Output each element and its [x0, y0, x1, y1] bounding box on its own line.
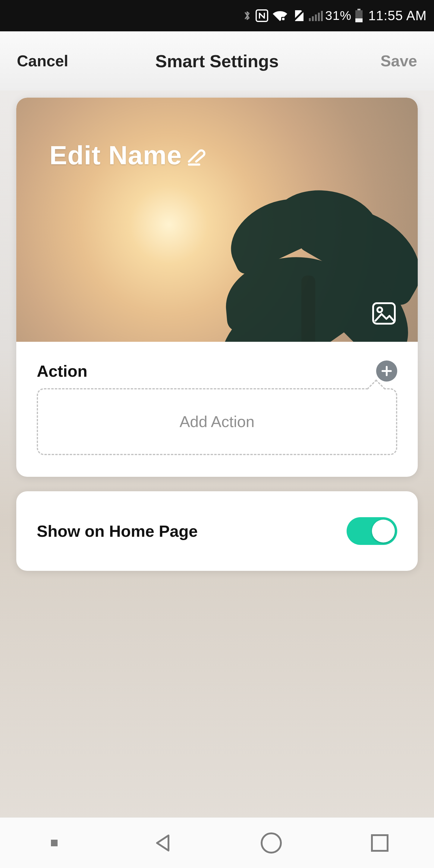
nfc-icon [255, 9, 269, 22]
svg-rect-8 [321, 11, 323, 21]
cover-image[interactable]: Edit Name [16, 98, 418, 342]
nav-notification-dot[interactable] [51, 840, 58, 846]
edit-name-field[interactable]: Edit Name [50, 140, 207, 170]
smart-settings-card: Edit Name Action [16, 98, 418, 477]
recent-icon[interactable] [369, 832, 391, 854]
plus-icon [381, 365, 393, 377]
cancel-button[interactable]: Cancel [17, 52, 68, 70]
action-section: Action Add Action [16, 342, 418, 477]
name-placeholder-text: Edit Name [50, 140, 182, 170]
svg-rect-7 [318, 13, 320, 21]
show-on-home-label: Show on Home Page [37, 522, 198, 540]
add-action-plus-button[interactable] [376, 361, 397, 381]
svg-point-14 [377, 307, 382, 312]
svg-rect-6 [315, 14, 317, 21]
svg-rect-9 [358, 9, 361, 10]
wifi-icon [272, 10, 288, 22]
svg-rect-2 [282, 18, 284, 20]
svg-rect-18 [372, 835, 388, 851]
battery-icon [354, 9, 364, 23]
add-action-bubble[interactable]: Add Action [37, 388, 397, 455]
home-icon[interactable] [259, 831, 284, 855]
image-icon [371, 301, 397, 326]
action-section-label: Action [37, 362, 87, 380]
clock: 11:55 AM [368, 8, 427, 23]
add-action-label: Add Action [180, 412, 255, 431]
change-image-button[interactable] [371, 301, 397, 327]
show-on-home-card: Show on Home Page [16, 491, 418, 571]
no-sim-icon [291, 9, 305, 22]
save-button[interactable]: Save [381, 52, 417, 70]
android-nav-bar [0, 817, 434, 868]
back-icon[interactable] [151, 831, 175, 855]
show-on-home-toggle[interactable] [347, 517, 397, 545]
bluetooth-icon [243, 9, 252, 22]
status-bar: 31% 11:55 AM [0, 0, 434, 31]
app-header: Cancel Smart Settings Save [0, 31, 434, 90]
svg-rect-5 [312, 16, 314, 21]
svg-rect-4 [309, 18, 311, 21]
toggle-knob [372, 520, 395, 542]
battery-percent: 31% [325, 8, 351, 23]
status-icons [243, 9, 323, 22]
svg-rect-11 [355, 19, 363, 22]
svg-point-17 [261, 833, 281, 852]
page-title: Smart Settings [155, 51, 278, 71]
signal-icon [308, 10, 323, 22]
pencil-icon [187, 148, 207, 166]
